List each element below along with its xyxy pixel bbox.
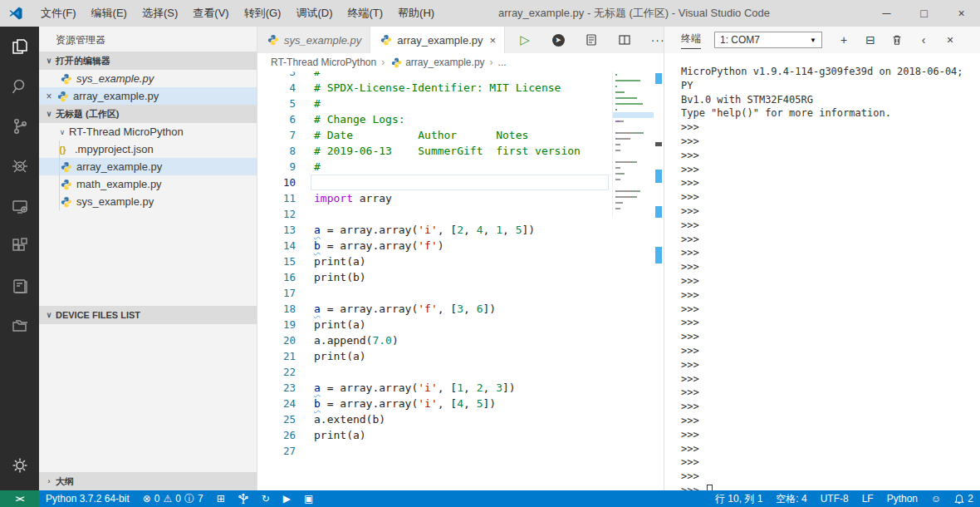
code-line[interactable]: 13a = array.array('i', [2, 4, 1, 5]) — [257, 222, 610, 238]
menu-terminal[interactable]: 终端(T) — [340, 0, 390, 27]
python-interpreter[interactable]: Python 3.7.2 64-bit — [39, 490, 136, 507]
tab-array-example[interactable]: array_example.py × — [370, 27, 505, 53]
minimize-button[interactable]: ─ — [868, 0, 905, 27]
settings-gear-icon[interactable] — [0, 445, 39, 485]
stop-icon[interactable]: ▣ — [297, 490, 320, 507]
folder-row[interactable]: ∨ RT-Thread MicroPython — [39, 123, 257, 140]
problems-indicator[interactable]: ⊗ 0 ⚠ 0 ⓘ 7 — [136, 490, 210, 507]
search-icon[interactable] — [0, 66, 39, 106]
menu-file[interactable]: 文件(F) — [33, 0, 84, 27]
code-editor[interactable]: 3#4# SPDX-License-Identifier: MIT Licens… — [257, 71, 664, 490]
open-doc-icon[interactable] — [583, 32, 600, 48]
close-icon[interactable]: × — [490, 34, 497, 47]
code-line[interactable]: 20a.append(7.0) — [257, 332, 610, 348]
workspace-header[interactable]: ∨ 无标题 (工作区) — [39, 105, 257, 123]
code-line[interactable]: 17 — [257, 285, 610, 301]
breadcrumb[interactable]: RT-Thread MicroPython › array_example.py… — [257, 53, 664, 71]
maximize-button[interactable]: □ — [905, 0, 943, 27]
terminal-tab[interactable]: 终端 — [681, 32, 701, 49]
open-editor-item[interactable]: sys_example.py — [39, 70, 257, 87]
code-line[interactable]: 25a.extend(b) — [257, 411, 610, 427]
sync-icon[interactable]: ↻ — [255, 490, 277, 507]
split-terminal-icon[interactable]: ⊟ — [864, 33, 877, 47]
code-line[interactable]: 21print(a) — [257, 348, 610, 364]
device-files-header[interactable]: ∨ DEVICE FILES LIST — [39, 306, 257, 324]
menu-go[interactable]: 转到(G) — [237, 0, 289, 27]
code-line[interactable]: 3# — [257, 71, 610, 80]
new-terminal-icon[interactable]: + — [837, 33, 850, 47]
file-row[interactable]: sys_example.py — [39, 193, 257, 210]
extensions-icon[interactable] — [0, 226, 39, 266]
language-mode[interactable]: Python — [880, 490, 924, 507]
source-control-icon[interactable] — [0, 106, 39, 146]
cursor-position[interactable]: 行 10, 列 1 — [708, 490, 769, 507]
eol-indicator[interactable]: LF — [855, 490, 880, 507]
line-number: 26 — [257, 427, 296, 443]
minimap-line — [613, 112, 654, 118]
overview-ruler[interactable] — [654, 71, 664, 490]
terminal-select-value: 1: COM7 — [720, 34, 760, 46]
kill-terminal-icon[interactable] — [890, 33, 904, 47]
close-button[interactable]: × — [943, 0, 980, 27]
explorer-icon[interactable] — [0, 27, 39, 66]
breadcrumb-folder[interactable]: RT-Thread MicroPython — [271, 57, 376, 68]
code-line[interactable]: 15print(a) — [257, 254, 610, 269]
code-line[interactable]: 27 — [257, 443, 610, 459]
code-line[interactable]: 10 — [257, 175, 610, 190]
code-line[interactable]: 4# SPDX-License-Identifier: MIT License — [257, 80, 610, 96]
code-line[interactable]: 8# 2019-06-13 SummerGift first version — [257, 143, 610, 159]
file-row-selected[interactable]: array_example.py — [39, 158, 257, 175]
notifications-bell[interactable]: 2 — [948, 490, 980, 507]
file-row[interactable]: {} .mpyproject.json — [39, 140, 257, 158]
code-line[interactable]: 23a = array.array('i', [1, 2, 3]) — [257, 380, 610, 396]
code-line[interactable]: 7# Date Author Notes — [257, 127, 610, 143]
remote-indicator[interactable]: >< — [0, 490, 39, 507]
line-number: 19 — [257, 317, 296, 332]
code-line[interactable]: 18a = array.array('f', [3, 6]) — [257, 301, 610, 317]
add-file-icon[interactable]: ⊞ — [210, 490, 232, 507]
device-folders-icon[interactable] — [0, 306, 39, 346]
indentation[interactable]: 空格: 4 — [769, 490, 813, 507]
outline-header[interactable]: › 大纲 — [39, 472, 257, 490]
menu-view[interactable]: 查看(V) — [185, 0, 236, 27]
code-line[interactable]: 6# Change Logs: — [257, 111, 610, 127]
menu-selection[interactable]: 选择(S) — [135, 0, 185, 27]
terminal-header: 终端 1: COM7 ▼ + ⊟ ‹ × — [664, 27, 980, 53]
breadcrumb-file[interactable]: array_example.py — [405, 57, 484, 68]
code-line[interactable]: 9# — [257, 159, 610, 175]
download-to-device-icon[interactable]: ➤ — [550, 32, 566, 48]
breadcrumb-symbol[interactable]: ... — [498, 57, 507, 68]
run-file-icon[interactable]: ▷ — [517, 32, 533, 48]
notebook-icon[interactable] — [0, 266, 39, 306]
menu-edit[interactable]: 编辑(E) — [84, 0, 135, 27]
usb-device-icon[interactable] — [232, 490, 255, 507]
encoding[interactable]: UTF-8 — [814, 490, 855, 507]
close-icon[interactable]: × — [42, 91, 56, 102]
run-icon[interactable]: ▶ — [277, 490, 297, 507]
open-editor-item-active[interactable]: × array_example.py — [39, 87, 257, 105]
menu-debug[interactable]: 调试(D) — [288, 0, 340, 27]
code-line[interactable]: 22 — [257, 364, 610, 380]
debug-icon[interactable] — [0, 146, 39, 186]
file-row[interactable]: math_example.py — [39, 175, 257, 193]
split-editor-icon[interactable] — [616, 32, 633, 48]
maximize-panel-icon[interactable]: ‹ — [917, 33, 930, 47]
code-line[interactable]: 26print(a) — [257, 427, 610, 443]
code-line[interactable]: 11import array — [257, 190, 610, 206]
terminal-select[interactable]: 1: COM7 ▼ — [714, 32, 822, 48]
close-panel-icon[interactable]: × — [943, 33, 957, 47]
code-line[interactable]: 5# — [257, 96, 610, 111]
code-line[interactable]: 24b = array.array('i', [4, 5]) — [257, 396, 610, 411]
code-line[interactable]: 19print(a) — [257, 317, 610, 332]
open-editors-header[interactable]: ∨ 打开的编辑器 — [39, 52, 257, 70]
code-line[interactable]: 14b = array.array('f') — [257, 238, 610, 254]
menu-help[interactable]: 帮助(H) — [390, 0, 442, 27]
remote-device-icon[interactable] — [0, 186, 39, 226]
terminal-output[interactable]: MicroPython v1.9.4-114-g309fe39d on 2018… — [664, 53, 980, 490]
code-line[interactable]: 16print(b) — [257, 269, 610, 285]
minimap[interactable] — [612, 71, 654, 217]
feedback-smiley-icon[interactable]: ☺ — [924, 490, 948, 507]
code-line[interactable]: 12 — [257, 206, 610, 222]
terminal-prompt-line: >>> — [681, 233, 980, 247]
tab-sys-example[interactable]: sys_example.py — [257, 27, 370, 53]
